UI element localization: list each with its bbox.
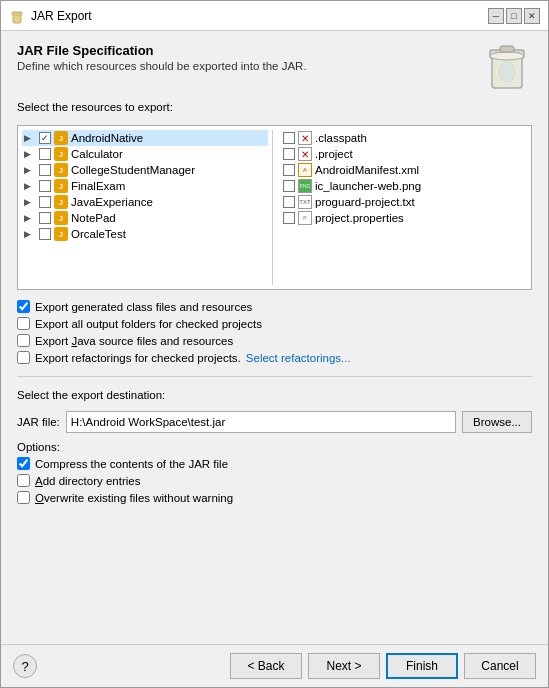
destination-section: Select the export destination: JAR file:… xyxy=(17,389,532,433)
checkbox-final-exam[interactable] xyxy=(39,180,51,192)
add-directory-option-row: Add directory entries xyxy=(17,474,532,487)
export-source-files-checkbox[interactable] xyxy=(17,334,30,347)
tree-item-label: OrcaleTest xyxy=(71,228,126,240)
chevron-icon: ▶ xyxy=(24,149,36,159)
tree-item-orcale-test[interactable]: ▶ J OrcaleTest xyxy=(22,226,268,242)
checkbox-orcale-test[interactable] xyxy=(39,228,51,240)
txt-file-icon: TXT xyxy=(298,195,312,209)
tree-item-java-experience[interactable]: ▶ J JavaExperiance xyxy=(22,194,268,210)
overwrite-option-row: Overwrite existing files without warning xyxy=(17,491,532,504)
checkbox-notepad[interactable] xyxy=(39,212,51,224)
xml-file-icon: A xyxy=(298,163,312,177)
chevron-icon: ▶ xyxy=(24,197,36,207)
browse-button[interactable]: Browse... xyxy=(462,411,532,433)
export-class-files-checkbox[interactable] xyxy=(17,300,30,313)
next-button[interactable]: Next > xyxy=(308,653,380,679)
export-source-files-label: Export Java source files and resources xyxy=(35,335,233,347)
file-label: .project xyxy=(315,148,353,160)
chevron-icon: ▶ xyxy=(24,165,36,175)
dialog-title: JAR File Specification xyxy=(17,43,482,58)
export-options: Export generated class files and resourc… xyxy=(17,300,532,364)
jar-file-input[interactable] xyxy=(66,411,456,433)
overwrite-label: Overwrite existing files without warning xyxy=(35,492,233,504)
java-project-icon: J xyxy=(54,211,68,225)
title-jar-icon xyxy=(9,8,25,24)
help-button[interactable]: ? xyxy=(13,654,37,678)
chevron-icon: ▶ xyxy=(24,229,36,239)
maximize-button[interactable]: □ xyxy=(506,8,522,24)
tree-item-label: Calculator xyxy=(71,148,123,160)
footer-right: < Back Next > Finish Cancel xyxy=(230,653,536,679)
close-button[interactable]: ✕ xyxy=(524,8,540,24)
file-label: project.properties xyxy=(315,212,404,224)
resources-panel: ▶ J AndroidNative ▶ J Calculator ▶ J Col… xyxy=(17,125,532,290)
java-project-icon: J xyxy=(54,163,68,177)
checkbox-classpath[interactable] xyxy=(283,132,295,144)
checkbox-proguard[interactable] xyxy=(283,196,295,208)
minimize-button[interactable]: ─ xyxy=(488,8,504,24)
compress-label: Compress the contents of the JAR file xyxy=(35,458,228,470)
export-output-folders-checkbox[interactable] xyxy=(17,317,30,330)
checkbox-ic-launcher[interactable] xyxy=(283,180,295,192)
chevron-icon: ▶ xyxy=(24,133,36,143)
checkbox-calculator[interactable] xyxy=(39,148,51,160)
tree-item-android-native[interactable]: ▶ J AndroidNative xyxy=(22,130,268,146)
back-button[interactable]: < Back xyxy=(230,653,302,679)
file-item-classpath[interactable]: ✕ .classpath xyxy=(281,130,527,146)
tree-item-notepad[interactable]: ▶ J NotePad xyxy=(22,210,268,226)
tree-item-calculator[interactable]: ▶ J Calculator xyxy=(22,146,268,162)
help-icon: ? xyxy=(21,659,28,674)
dialog-description: Define which resources should be exporte… xyxy=(17,60,482,72)
title-bar-left: JAR Export xyxy=(9,8,92,24)
divider-1 xyxy=(17,376,532,377)
tree-item-college-student[interactable]: ▶ J CollegeStudentManager xyxy=(22,162,268,178)
options-checkboxes: Compress the contents of the JAR file Ad… xyxy=(17,457,532,504)
add-directory-checkbox[interactable] xyxy=(17,474,30,487)
jar-illustration xyxy=(482,38,532,93)
compress-option-row: Compress the contents of the JAR file xyxy=(17,457,532,470)
checkbox-college-student[interactable] xyxy=(39,164,51,176)
tree-pane[interactable]: ▶ J AndroidNative ▶ J Calculator ▶ J Col… xyxy=(22,130,273,285)
png-file-icon: PNG xyxy=(298,179,312,193)
jar-file-row: JAR file: Browse... xyxy=(17,411,532,433)
java-project-icon: J xyxy=(54,131,68,145)
header-text: JAR File Specification Define which reso… xyxy=(17,43,482,72)
svg-point-2 xyxy=(12,12,22,15)
file-item-project[interactable]: ✕ .project xyxy=(281,146,527,162)
svg-point-5 xyxy=(490,52,524,60)
file-item-proguard[interactable]: TXT proguard-project.txt xyxy=(281,194,527,210)
file-label: AndroidManifest.xml xyxy=(315,164,419,176)
checkbox-android-native[interactable] xyxy=(39,132,51,144)
java-project-icon: J xyxy=(54,227,68,241)
checkbox-java-experience[interactable] xyxy=(39,196,51,208)
compress-checkbox[interactable] xyxy=(17,457,30,470)
tree-item-label: JavaExperiance xyxy=(71,196,153,208)
export-class-files-label: Export generated class files and resourc… xyxy=(35,301,252,313)
options-label: Options: xyxy=(17,441,532,453)
file-pane: ✕ .classpath ✕ .project A Android xyxy=(279,130,527,285)
overwrite-checkbox[interactable] xyxy=(17,491,30,504)
export-refactorings-label: Export refactorings for checked projects… xyxy=(35,352,241,364)
header-area: JAR File Specification Define which reso… xyxy=(17,43,532,93)
checkbox-project-properties[interactable] xyxy=(283,212,295,224)
title-bar: JAR Export ─ □ ✕ xyxy=(1,1,548,31)
select-refactorings-link[interactable]: Select refactorings... xyxy=(246,352,351,364)
tree-item-final-exam[interactable]: ▶ J FinalExam xyxy=(22,178,268,194)
file-item-android-manifest[interactable]: A AndroidManifest.xml xyxy=(281,162,527,178)
footer-left: ? xyxy=(13,654,37,678)
jar-export-dialog: JAR Export ─ □ ✕ JAR File Specification … xyxy=(0,0,549,688)
checkbox-project[interactable] xyxy=(283,148,295,160)
tree-item-label: NotePad xyxy=(71,212,116,224)
export-refactorings-row: Export refactorings for checked projects… xyxy=(17,351,532,364)
classpath-file-icon: ✕ xyxy=(298,131,312,145)
chevron-icon: ▶ xyxy=(24,181,36,191)
finish-button[interactable]: Finish xyxy=(386,653,458,679)
checkbox-android-manifest[interactable] xyxy=(283,164,295,176)
file-item-project-properties[interactable]: P project.properties xyxy=(281,210,527,226)
export-output-folders-row: Export all output folders for checked pr… xyxy=(17,317,532,330)
file-item-ic-launcher[interactable]: PNG ic_launcher-web.png xyxy=(281,178,527,194)
cancel-button[interactable]: Cancel xyxy=(464,653,536,679)
resources-label: Select the resources to export: xyxy=(17,101,532,113)
properties-file-icon: P xyxy=(298,211,312,225)
export-refactorings-checkbox[interactable] xyxy=(17,351,30,364)
